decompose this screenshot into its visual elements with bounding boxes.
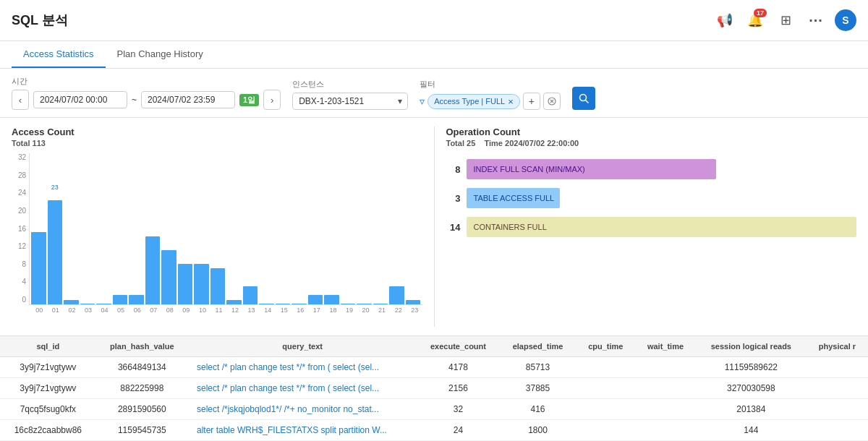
bar-item[interactable]: [357, 153, 372, 304]
notification-badge: 17: [754, 9, 767, 17]
x-axis-label: 07: [146, 307, 161, 314]
bar-value-label: 23: [51, 184, 59, 191]
bar: [308, 295, 323, 304]
bar-item[interactable]: [292, 153, 307, 304]
cell-query-text[interactable]: alter table WRH$_FILESTATXS split partit…: [188, 420, 417, 441]
cell-session-reads: 144: [696, 420, 807, 441]
bar-item[interactable]: [145, 153, 161, 304]
filter-bar: 시간 ‹ ~ 1일 › 인스턴스 DBX-1-203-1521 필터 ▿ Acc…: [0, 69, 868, 118]
bar-item[interactable]: [373, 153, 388, 304]
tab-access-statistics[interactable]: Access Statistics: [12, 41, 106, 68]
bar-item[interactable]: [161, 153, 176, 304]
x-axis-label: 19: [342, 307, 357, 314]
x-axis-label: 13: [244, 307, 259, 314]
table-row[interactable]: 7qcq5fsug0kfx2891590560select /*jskqjobq…: [0, 399, 868, 420]
bar: [145, 236, 161, 304]
x-axis-label: 02: [64, 307, 80, 314]
bar-chart: 32 28 24 20 16 12 8 4 0 23 0001020304050…: [12, 153, 422, 327]
bar-item[interactable]: [226, 153, 242, 304]
bar-item[interactable]: 23: [48, 153, 63, 304]
more-icon[interactable]: ···: [804, 9, 827, 32]
date-range: ‹ ~ 1일 ›: [12, 90, 281, 110]
filter-label: 필터: [420, 79, 561, 90]
table-row[interactable]: 16c8z2caabbw861159545735alter table WRH$…: [0, 420, 868, 441]
day-badge: 1일: [239, 94, 259, 106]
search-button[interactable]: [572, 87, 595, 110]
bar-item[interactable]: [80, 153, 95, 304]
date-start-input[interactable]: [33, 91, 127, 108]
y-label-0: 0: [22, 296, 26, 304]
y-label-12: 12: [18, 242, 26, 250]
x-axis-label: 05: [114, 307, 129, 314]
bar-item[interactable]: [341, 153, 356, 304]
bar-item[interactable]: [276, 153, 291, 304]
bar-item[interactable]: [194, 153, 209, 304]
avatar[interactable]: S: [835, 9, 856, 31]
instance-select[interactable]: DBX-1-203-1521: [292, 93, 408, 110]
tab-plan-change-history[interactable]: Plan Change History: [106, 41, 215, 68]
filter-chip-group: 필터 ▿ Access Type | FULL × +: [420, 79, 561, 110]
page-title: SQL 분석: [12, 12, 68, 29]
table-row[interactable]: 3y9j7z1vgtywv3664849134select /* plan ch…: [0, 357, 868, 378]
bar-item[interactable]: [31, 153, 46, 304]
cell-sql-id: 3y9j7z1vgtywv: [0, 357, 96, 378]
y-label-24: 24: [18, 189, 26, 197]
bar: [341, 304, 356, 304]
header: SQL 분석 📢 🔔 17 ⊞ ··· S: [0, 0, 868, 41]
access-type-pill: Access Type | FULL ×: [427, 94, 520, 109]
filter-funnel-icon: ▿: [420, 95, 425, 107]
cell-execute-count: 24: [417, 420, 499, 441]
x-axis-label: 12: [228, 307, 243, 314]
bar-item[interactable]: [210, 153, 226, 304]
table-body: 3y9j7z1vgtywv3664849134select /* plan ch…: [0, 357, 868, 442]
megaphone-icon[interactable]: 📢: [713, 9, 736, 32]
sql-table: sql_id plan_hash_value query_text execut…: [0, 336, 868, 441]
operation-count-subtitle: Total 25 Time 2024/07/02 22:00:00: [446, 139, 857, 147]
x-axis-label: 04: [97, 307, 112, 314]
cell-elapsed-time: 37885: [500, 378, 576, 399]
bar: [324, 295, 339, 304]
bar-item[interactable]: [406, 153, 421, 304]
bar-item[interactable]: [64, 153, 79, 304]
bar: [96, 304, 111, 304]
bar-item[interactable]: [113, 153, 128, 304]
op-count: 14: [446, 222, 461, 233]
cell-physical-r: [807, 357, 868, 378]
bar-item[interactable]: [324, 153, 339, 304]
bar: [226, 300, 242, 304]
date-end-input[interactable]: [141, 91, 235, 108]
prev-date-button[interactable]: ‹: [12, 90, 29, 110]
x-axis-label: 10: [195, 307, 210, 314]
bar-item[interactable]: [259, 153, 274, 304]
bar: [194, 264, 209, 304]
bar: [210, 268, 226, 304]
col-physical-r: physical r: [807, 336, 868, 357]
bar-item[interactable]: [129, 153, 144, 304]
cell-query-text[interactable]: select /* plan change test */* from ( se…: [188, 357, 417, 378]
grid-icon[interactable]: ⊞: [774, 9, 797, 32]
col-elapsed-time: elapsed_time: [500, 336, 576, 357]
bar-item[interactable]: [308, 153, 323, 304]
cell-query-text[interactable]: select /*jskqjobqlod1*/ /*+ no_monitor n…: [188, 399, 417, 420]
header-icon-group: 📢 🔔 17 ⊞ ··· S: [713, 9, 856, 32]
access-count-subtitle: Total 113: [12, 139, 422, 147]
cell-query-text[interactable]: select /* plan change test */* from ( se…: [188, 378, 417, 399]
cell-wait-time: [635, 420, 696, 441]
cell-wait-time: [635, 357, 696, 378]
clear-filter-button[interactable]: [543, 93, 561, 110]
bar-item[interactable]: [96, 153, 111, 304]
table-row[interactable]: 3y9j7z1vgtywv882225998select /* plan cha…: [0, 378, 868, 399]
next-date-button[interactable]: ›: [263, 90, 281, 110]
bar-item[interactable]: [243, 153, 258, 304]
x-axis-label: 21: [375, 307, 390, 314]
cell-cpu-time: [576, 420, 635, 441]
bell-icon[interactable]: 🔔 17: [744, 9, 767, 32]
y-label-28: 28: [18, 171, 26, 179]
cell-sql-id: 3y9j7z1vgtywv: [0, 378, 96, 399]
add-filter-button[interactable]: +: [523, 93, 540, 110]
pill-remove-button[interactable]: ×: [508, 96, 514, 107]
bar-item[interactable]: [178, 153, 193, 304]
access-count-panel: Access Count Total 113 32 28 24 20 16 12…: [12, 127, 435, 327]
bar-item[interactable]: [389, 153, 404, 304]
x-axis-label: 14: [260, 307, 276, 314]
